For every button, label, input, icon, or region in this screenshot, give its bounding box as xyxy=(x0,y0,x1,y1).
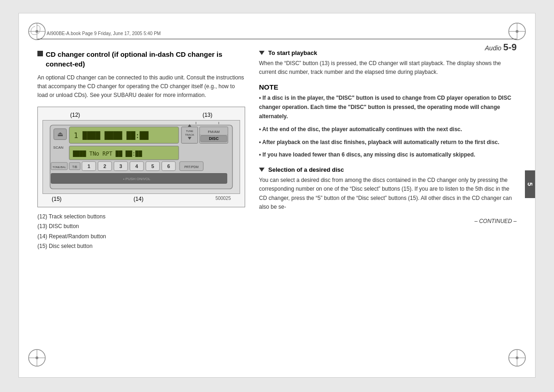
caption-item-15: (15) Disc select button xyxy=(37,241,245,252)
cd-unit-labels-top: (12) (13) xyxy=(42,112,240,118)
svg-point-3 xyxy=(36,30,38,33)
svg-text:3: 3 xyxy=(120,163,122,169)
svg-text:TONE/BAL: TONE/BAL xyxy=(53,165,66,168)
note-bullet-4-text: • If you have loaded fewer than 6 discs,… xyxy=(259,151,475,158)
svg-text:6: 6 xyxy=(167,163,170,169)
corner-decoration-tl xyxy=(27,22,47,42)
svg-point-7 xyxy=(516,30,518,33)
label-12: (12) xyxy=(70,112,80,118)
subsection2-heading: Selection of a desired disc xyxy=(259,166,517,173)
subsection1-heading: To start playback xyxy=(259,49,517,56)
subsection1-text: When the “DISC” button (13) is pressed, … xyxy=(259,59,517,77)
left-column: CD changer control (if optional in-dash … xyxy=(37,45,245,359)
note-bullet-3: • After playback on the last disc finish… xyxy=(259,138,517,147)
page-container: AI900BE-A.book Page 9 Friday, June 17, 2… xyxy=(18,13,536,378)
note-bullet-3-text: • After playback on the last disc finish… xyxy=(259,139,500,145)
caption-item-14: (14) Repeat/Random button xyxy=(37,232,245,242)
svg-text:SCAN: SCAN xyxy=(53,145,63,150)
ref-number: 500025 xyxy=(216,196,231,202)
header-text: AI900BE-A.book Page 9 Friday, June 17, 2… xyxy=(47,31,161,36)
subsection1-heading-text: To start playback xyxy=(268,49,317,56)
section-heading-text: CD changer control (if optional in-dash … xyxy=(46,49,245,69)
svg-text:⏏: ⏏ xyxy=(57,130,63,137)
section-heading: CD changer control (if optional in-dash … xyxy=(37,49,245,69)
corner-decoration-tr xyxy=(507,22,527,42)
svg-text:1 ████ ████ ██:██: 1 ████ ████ ██:██ xyxy=(74,131,149,139)
svg-text:FM/AM: FM/AM xyxy=(208,129,219,133)
cd-unit-labels-bottom: (15) (14) 500025 xyxy=(42,196,240,202)
note-bullet-4: • If you have loaded fewer than 6 discs,… xyxy=(259,151,517,160)
subsection2-text: You can select a desired disc from among… xyxy=(259,176,517,211)
section-heading-square xyxy=(37,51,43,56)
subsection2-heading-text: Selection of a desired disc xyxy=(268,166,344,173)
svg-text:TRACK: TRACK xyxy=(185,133,194,136)
note-box: NOTE • If a disc is in the player, the "… xyxy=(259,83,517,160)
label-14: (14) xyxy=(133,196,143,202)
svg-text:5: 5 xyxy=(151,163,154,169)
cd-unit-image: ⏏ 1 ████ ████ ██:██ TUNE TRACK xyxy=(42,120,240,194)
side-tab: 5 xyxy=(525,170,535,198)
side-tab-number: 5 xyxy=(526,182,534,186)
note-heading: NOTE xyxy=(259,83,517,91)
svg-text:2: 2 xyxy=(103,163,106,169)
caption-list: (12) Track selection buttons (13) DISC b… xyxy=(37,212,245,252)
note-bullet-1-text: • If a disc is in the player, the "DISC"… xyxy=(259,95,511,120)
svg-text:T/B: T/B xyxy=(72,165,77,168)
note-text: • If a disc is in the player, the "DISC"… xyxy=(259,94,517,160)
svg-text:• PUSH ON/VOL: • PUSH ON/VOL xyxy=(123,177,151,181)
svg-text:PRT/PDM: PRT/PDM xyxy=(184,165,199,168)
header-bar xyxy=(37,39,517,39)
note-bullet-2: • At the end of the disc, the player aut… xyxy=(259,125,517,134)
label-13: (13) xyxy=(203,112,212,118)
svg-text:4: 4 xyxy=(135,163,138,169)
cd-unit-container: (12) (13) ⏏ 1 ████ xyxy=(37,107,245,207)
intro-text: An optional CD changer can be connected … xyxy=(37,73,245,100)
triangle-icon-2 xyxy=(259,168,265,172)
continued-text: – CONTINUED – xyxy=(259,218,517,224)
triangle-icon-1 xyxy=(259,51,265,55)
svg-text:████  TNo RPT  ██  ██:██: ████ TNo RPT ██ ██:██ xyxy=(72,150,143,157)
label-15: (15) xyxy=(52,196,61,202)
svg-text:DISC: DISC xyxy=(209,136,219,141)
content-area: CD changer control (if optional in-dash … xyxy=(37,45,517,359)
svg-text:TUNE: TUNE xyxy=(186,129,193,132)
caption-item-13: (13) DISC button xyxy=(37,222,245,232)
note-bullet-2-text: • At the end of the disc, the player aut… xyxy=(259,126,462,133)
caption-item-12: (12) Track selection buttons xyxy=(37,212,245,222)
right-column: To start playback When the “DISC” button… xyxy=(259,45,517,359)
svg-text:1: 1 xyxy=(87,163,90,169)
note-bullet-1: • If a disc is in the player, the "DISC"… xyxy=(259,94,517,121)
